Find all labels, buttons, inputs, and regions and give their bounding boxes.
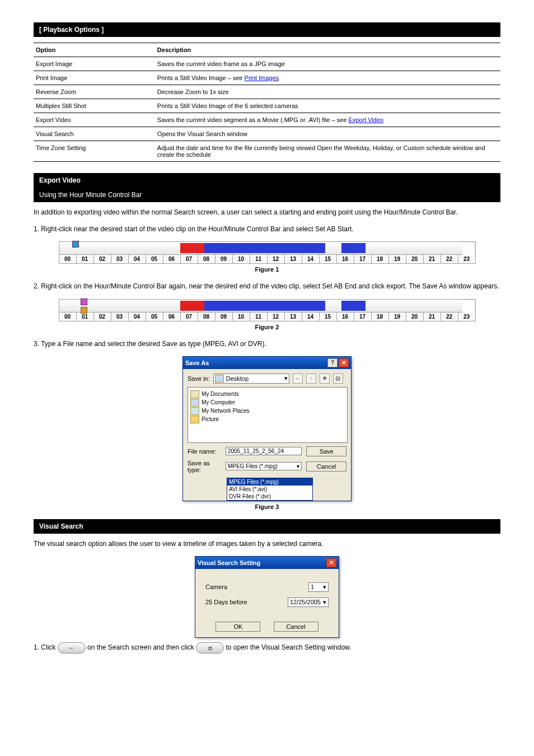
type-option[interactable]: DVR Files (*.dvr) [227, 493, 312, 500]
hour-cell[interactable]: 12 [268, 312, 285, 321]
up-folder-icon[interactable]: ↑ [306, 374, 316, 384]
ok-button[interactable]: OK [216, 622, 260, 632]
hour-cell[interactable]: 00 [59, 255, 77, 263]
hour-cell[interactable]: 19 [389, 255, 406, 263]
cancel-button[interactable]: Cancel [306, 461, 346, 472]
timeline-seg-blue [204, 243, 325, 253]
hour-cell[interactable]: 13 [285, 312, 302, 321]
help-button[interactable]: ? [327, 358, 338, 367]
list-item[interactable]: My Network Places [190, 407, 345, 415]
save-button[interactable]: Save [306, 446, 346, 456]
hour-cell[interactable]: 07 [181, 255, 198, 263]
arrow-left-icon: ← [68, 644, 74, 652]
hour-cell[interactable]: 10 [233, 255, 250, 263]
hour-cell[interactable]: 05 [146, 312, 163, 321]
hour-cell[interactable]: 11 [250, 312, 268, 321]
hour-cell[interactable]: 17 [354, 255, 372, 263]
table-row: Multiplex Still Shot Prints a Still Vide… [34, 99, 500, 113]
hour-cell[interactable]: 16 [337, 255, 354, 263]
list-item[interactable]: Picture [190, 416, 345, 423]
hour-cell[interactable]: 18 [372, 255, 389, 263]
hour-cell[interactable]: 04 [129, 312, 146, 321]
file-list-area[interactable]: My Documents My Computer My Network Plac… [188, 387, 348, 443]
hour-cell[interactable]: 07 [181, 312, 198, 321]
chevron-down-icon[interactable]: ▾ [297, 463, 299, 469]
hour-cell[interactable]: 15 [320, 312, 337, 321]
link-print-images[interactable]: Print Images [245, 74, 279, 81]
marker-ab-end[interactable] [79, 298, 88, 312]
hour-cell[interactable]: 03 [111, 312, 129, 321]
new-folder-icon[interactable]: ✚ [320, 374, 330, 384]
hour-cell[interactable]: 05 [146, 255, 163, 263]
hour-cell[interactable]: 21 [424, 255, 441, 263]
close-button[interactable]: ✕ [339, 358, 349, 367]
close-button[interactable]: ✕ [326, 558, 336, 567]
list-item[interactable]: My Computer [190, 399, 345, 407]
timeline-hours[interactable]: 0001020304050607080910111213141516171819… [59, 312, 475, 321]
hour-cell[interactable]: 15 [320, 255, 337, 263]
hour-cell[interactable]: 02 [94, 255, 111, 263]
hour-cell[interactable]: 08 [198, 255, 216, 263]
hour-cell[interactable]: 03 [111, 255, 129, 263]
save-as-dialog: Save As ? ✕ Save in: Desktop ▾ ← ↑ ✚ [182, 356, 352, 501]
hour-cell[interactable]: 11 [250, 255, 268, 263]
type-option[interactable]: MPEG Files (*.mpg) [227, 478, 312, 486]
hour-cell[interactable]: 23 [458, 255, 475, 263]
hour-cell[interactable]: 18 [372, 312, 389, 321]
hour-cell[interactable]: 00 [59, 312, 77, 321]
hour-cell[interactable]: 17 [354, 312, 372, 321]
hour-cell[interactable]: 01 [77, 255, 94, 263]
hour-cell[interactable]: 09 [216, 312, 233, 321]
hour-cell[interactable]: 14 [302, 255, 320, 263]
file-name-input[interactable]: 2005_11_25_2_56_24 [226, 447, 302, 455]
timeline-bar-1[interactable] [59, 242, 462, 255]
chevron-down-icon[interactable]: ▾ [323, 599, 326, 606]
hour-cell[interactable]: 08 [198, 312, 216, 321]
save-in-label: Save in: [188, 375, 210, 382]
hour-cell[interactable]: 14 [302, 312, 320, 321]
hour-cell[interactable]: 02 [94, 312, 111, 321]
list-item[interactable]: My Documents [190, 390, 345, 398]
hour-cell[interactable]: 22 [441, 255, 458, 263]
date-combo[interactable]: 12/25/2005 ▾ [288, 598, 329, 607]
hour-cell[interactable]: 20 [406, 255, 424, 263]
view-menu-icon[interactable]: ▤ [333, 374, 343, 384]
hour-cell[interactable]: 10 [233, 312, 250, 321]
hour-cell[interactable]: 06 [163, 255, 181, 263]
chevron-down-icon[interactable]: ▾ [323, 584, 326, 591]
hour-cell[interactable]: 09 [216, 255, 233, 263]
hour-cell[interactable]: 20 [406, 312, 424, 321]
hour-cell[interactable]: 12 [268, 255, 285, 263]
camera-combo[interactable]: 1 ▾ [308, 582, 329, 592]
opt-export-image: Export Image [34, 57, 155, 71]
hour-cell[interactable]: 23 [458, 312, 475, 321]
link-export-video[interactable]: Export Video [348, 116, 383, 123]
back-icon[interactable]: ← [293, 374, 303, 384]
visual-search-header: Visual Search [34, 519, 500, 534]
hour-cell[interactable]: 16 [337, 312, 354, 321]
hour-cell[interactable]: 06 [163, 312, 181, 321]
save-as-type-combo[interactable]: MPEG Files (*.mpg) ▾ [226, 462, 302, 470]
clock-pill-button[interactable]: ⧈ [196, 642, 224, 654]
save-as-title: Save As [185, 360, 209, 366]
timeline-bar-2[interactable] [59, 300, 462, 312]
hour-cell[interactable]: 19 [389, 312, 406, 321]
hour-cell[interactable]: 13 [285, 255, 302, 263]
vss-titlebar[interactable]: Visual Search Setting ✕ [195, 557, 339, 569]
save-as-titlebar[interactable]: Save As ? ✕ [183, 357, 351, 369]
marker-ab-start[interactable] [71, 241, 80, 254]
cancel-button[interactable]: Cancel [274, 622, 318, 632]
back-pill-button[interactable]: ← [58, 642, 86, 654]
timeline-hours[interactable]: 0001020304050607080910111213141516171819… [59, 255, 475, 263]
hour-cell[interactable]: 21 [424, 312, 441, 321]
type-option[interactable]: AVI Files (*.avi) [227, 486, 312, 493]
hour-cell[interactable]: 04 [129, 255, 146, 263]
save-in-combo[interactable]: Desktop ▾ [213, 374, 289, 384]
type-options-popup[interactable]: MPEG Files (*.mpg) AVI Files (*.avi) DVR… [227, 478, 313, 501]
chevron-down-icon[interactable]: ▾ [284, 375, 288, 382]
hour-cell[interactable]: 22 [441, 312, 458, 321]
marker-flag-icon [81, 307, 87, 314]
desc-export-video: Saves the current video segment as a Mov… [155, 113, 500, 127]
figure-1-caption: Figure 1 [34, 266, 500, 273]
export-video-header: Export Video [34, 173, 500, 188]
